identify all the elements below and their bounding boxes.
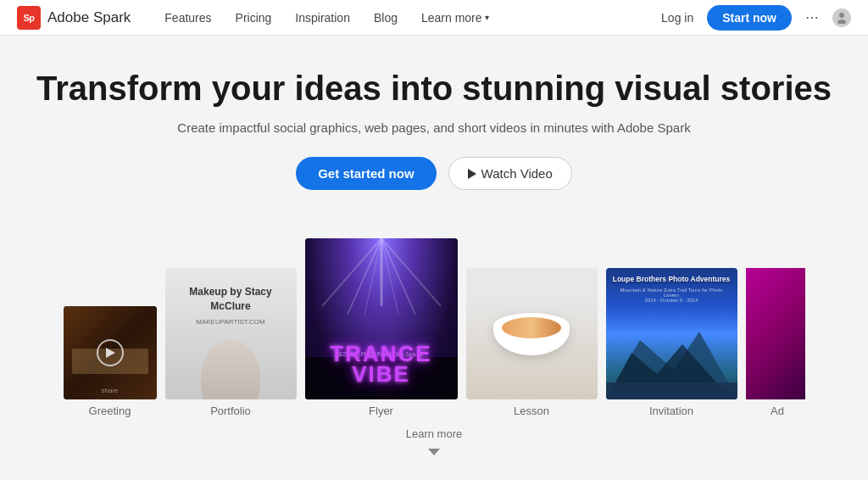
portfolio-visual: Makeup by Stacy McClure MAKEUPARTIST.COM — [165, 268, 297, 399]
nav-inspiration[interactable]: Inspiration — [295, 11, 350, 25]
invitation-visual: Loupe Brothers Photo Adventures Mountain… — [606, 268, 737, 399]
card-flyer[interactable]: 3/29/16 | Ft. DJ Post | Club Sea-SF TRAN… — [305, 238, 458, 417]
hero-title: Transform your ideas into stunning visua… — [17, 68, 851, 109]
watch-video-button[interactable]: Watch Video — [448, 157, 572, 190]
learn-more-link[interactable]: Learn more — [0, 427, 868, 440]
card-greeting[interactable]: share Greeting — [64, 306, 157, 417]
greeting-label: Greeting — [89, 405, 131, 417]
svg-line-2 — [322, 238, 381, 306]
svg-point-1 — [837, 20, 846, 24]
card-portfolio[interactable]: Makeup by Stacy McClure MAKEUPARTIST.COM… — [165, 268, 297, 417]
svg-line-6 — [381, 238, 415, 315]
svg-line-7 — [381, 238, 441, 306]
portfolio-card-text: Makeup by Stacy McClure MAKEUPARTIST.COM — [165, 285, 297, 327]
svg-line-5 — [381, 238, 398, 315]
svg-line-4 — [364, 238, 381, 315]
log-in-link[interactable]: Log in — [661, 11, 693, 25]
svg-point-0 — [839, 13, 844, 18]
chevron-down-icon: ▾ — [485, 13, 489, 22]
hero-section: Transform your ideas into stunning visua… — [0, 36, 868, 214]
svg-rect-11 — [606, 382, 737, 399]
portfolio-label: Portfolio — [210, 405, 251, 417]
nav-blog[interactable]: Blog — [374, 11, 398, 25]
get-started-button[interactable]: Get started now — [296, 157, 436, 190]
chevron-down-icon[interactable] — [428, 449, 440, 455]
header: Sp Adobe Spark Features Pricing Inspirat… — [0, 0, 868, 36]
card-lesson[interactable]: Lesson — [466, 268, 598, 417]
invitation-title-text: Loupe Brothers Photo Adventures — [613, 275, 731, 285]
card-ad[interactable]: SUM STA 5 C Ad — [746, 268, 805, 417]
learn-more-section: Learn more — [0, 417, 868, 459]
grid-icon[interactable]: ⋯ — [805, 9, 819, 25]
profile-icon[interactable] — [832, 8, 851, 27]
invitation-label: Invitation — [649, 405, 693, 417]
nav-features[interactable]: Features — [164, 11, 211, 25]
nav-learn-more[interactable]: Learn more ▾ — [421, 11, 489, 25]
flyer-title: TRANCE VIBE — [305, 344, 458, 384]
greeting-visual: share — [64, 306, 157, 399]
header-actions: Log in Start now ⋯ — [661, 5, 851, 31]
hero-buttons: Get started now Watch Video — [17, 157, 851, 190]
logo-icon: Sp — [17, 6, 41, 30]
main-nav: Features Pricing Inspiration Blog Learn … — [164, 11, 661, 25]
flyer-label: Flyer — [369, 405, 393, 417]
logo-text: Adobe Spark — [47, 9, 131, 26]
lesson-visual — [466, 268, 598, 399]
start-now-button[interactable]: Start now — [707, 5, 792, 31]
cards-section: share Greeting Makeup by Stacy McClure M… — [0, 214, 868, 417]
card-invitation[interactable]: Loupe Brothers Photo Adventures Mountain… — [606, 268, 737, 417]
ad-visual: SUM STA 5 C — [746, 268, 805, 399]
play-icon — [468, 169, 476, 179]
svg-line-3 — [348, 238, 381, 315]
hero-subtitle: Create impactful social graphics, web pa… — [17, 120, 851, 135]
flyer-visual: 3/29/16 | Ft. DJ Post | Club Sea-SF TRAN… — [305, 238, 458, 399]
lesson-label: Lesson — [514, 405, 549, 417]
logo[interactable]: Sp Adobe Spark — [17, 6, 131, 30]
nav-pricing[interactable]: Pricing — [236, 11, 272, 25]
ad-label: Ad — [771, 405, 784, 417]
